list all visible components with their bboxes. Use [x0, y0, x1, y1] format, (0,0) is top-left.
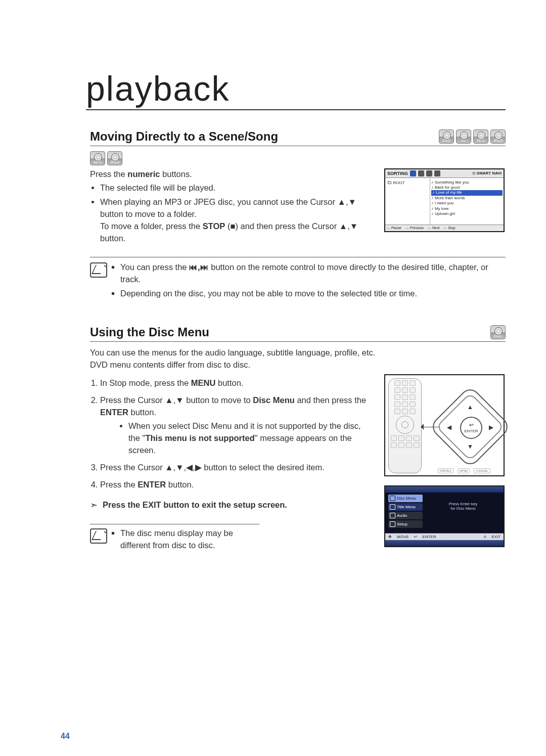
track-item: My love: [431, 206, 503, 211]
osd-message-1: Press Enter key: [426, 502, 500, 506]
track-item: Back for good: [431, 185, 503, 190]
osd-disc-menu: Disc Menu Title Menu Audio Setup Press E…: [384, 485, 505, 547]
tab-photo-icon: [418, 170, 424, 176]
tab-movie-icon: [426, 170, 432, 176]
step-2: Press the Cursor ▲,▼ button to move to D…: [100, 394, 372, 457]
tip-exit: Press the EXIT button to exit the setup …: [103, 500, 287, 509]
arrow-down-icon: ▼: [467, 443, 473, 450]
track-item: Something like you: [431, 180, 503, 185]
osd-move-label: MOVE: [397, 535, 409, 539]
intro-line: Press the numeric buttons.: [90, 168, 372, 181]
osd-tab-title-menu: Title Menu: [388, 503, 423, 511]
arrow-left-icon: ◀: [447, 424, 451, 431]
format-mp3-icon: MP3: [90, 151, 105, 165]
track-item-selected: Love of my life: [431, 190, 503, 195]
disc-menu-intro-2: DVD menu contents differ from disc to di…: [90, 359, 506, 371]
format-dvd-icon: DVD: [490, 325, 506, 339]
btn-previous-label: Previous: [405, 226, 424, 230]
track-item: I need you: [431, 201, 503, 206]
osd-enter-label: ENTER: [423, 535, 436, 539]
step-1: In Stop mode, press the MENU button.: [100, 377, 372, 389]
bullet-folder-move: When playing an MP3 or JPEG disc, you ca…: [100, 196, 372, 245]
arrow-up-icon: ▲: [467, 404, 473, 411]
format-cd-icon: CD: [456, 129, 471, 144]
osd-message-2: for Disc Menu: [426, 506, 500, 511]
tip-arrow-icon: ➣: [90, 499, 98, 512]
note-skip-buttons: You can press the ⏮,⏭ button on the remo…: [120, 261, 506, 286]
format-dvd-icon: DVD: [439, 129, 454, 144]
format-jpeg-icon: JPEG: [107, 151, 122, 165]
btn-pause-label: Pause: [387, 226, 401, 230]
arrow-right-icon: ▶: [489, 424, 493, 431]
section-title: Using the Disc Menu: [90, 325, 209, 339]
disc-menu-intro-1: You can use the menus for the audio lang…: [90, 347, 506, 359]
btn-stop-label: Stop: [443, 226, 455, 230]
section-disc-menu: Using the Disc Menu DVD You can use the …: [90, 325, 506, 554]
format-mp3-icon: MP3: [473, 129, 488, 144]
step-2-sub: When you select Disc Menu and it is not …: [128, 420, 372, 457]
osd-exit-label: EXIT: [491, 535, 500, 539]
remote-sublabels: DSP/EQDPSDCANCEL: [438, 468, 490, 473]
btn-next-label: Next: [428, 226, 439, 230]
step-4: Press the ENTER button.: [100, 479, 372, 491]
remote-diagram: ENTER ▲ ▼ ◀ ▶ DSP/EQDPSDCANCEL: [384, 374, 505, 476]
format-jpeg-icon: JPEG: [490, 129, 506, 144]
osd-tab-setup: Setup: [388, 520, 423, 528]
step-3: Press the Cursor ▲,▼,◀,▶ button to selec…: [100, 462, 372, 474]
osd-tab-disc-menu: Disc Menu: [388, 495, 423, 502]
track-item: Uptown girl: [431, 211, 503, 216]
format-badges: DVD CD MP3 JPEG: [439, 129, 506, 144]
enter-button-icon: ENTER: [460, 417, 482, 439]
note-icon: [90, 528, 107, 544]
track-item: More than words: [431, 196, 503, 201]
section-title: Moving Directly to a Scene/Song: [90, 129, 278, 144]
note-display-diff: The disc menu display may be different f…: [120, 527, 240, 552]
remote-outline: [388, 378, 422, 473]
sort-label: SORTING: [387, 171, 408, 176]
enter-dpad: ENTER ▲ ▼ ◀ ▶: [441, 397, 499, 456]
smart-navi-label: ◎ SMART NAVI: [472, 171, 502, 175]
bullet-selected-file: The selected file will be played.: [100, 182, 372, 194]
tab-all-icon: [434, 170, 440, 176]
osd-tab-audio: Audio: [388, 512, 423, 519]
note-icon: [90, 262, 107, 278]
folder-root: ROOT: [387, 180, 428, 185]
page-number: 44: [61, 732, 70, 741]
tab-music-icon: [410, 170, 416, 176]
note-disc-limit: Depending on the disc, you may not be ab…: [120, 288, 506, 300]
chapter-title: playback: [86, 69, 506, 110]
player-screen-navi: SORTING ◎ SMART NAVI ROOT Something like…: [384, 168, 505, 232]
section-moving-directly: Moving Directly to a Scene/Song DVD CD M…: [90, 129, 506, 302]
